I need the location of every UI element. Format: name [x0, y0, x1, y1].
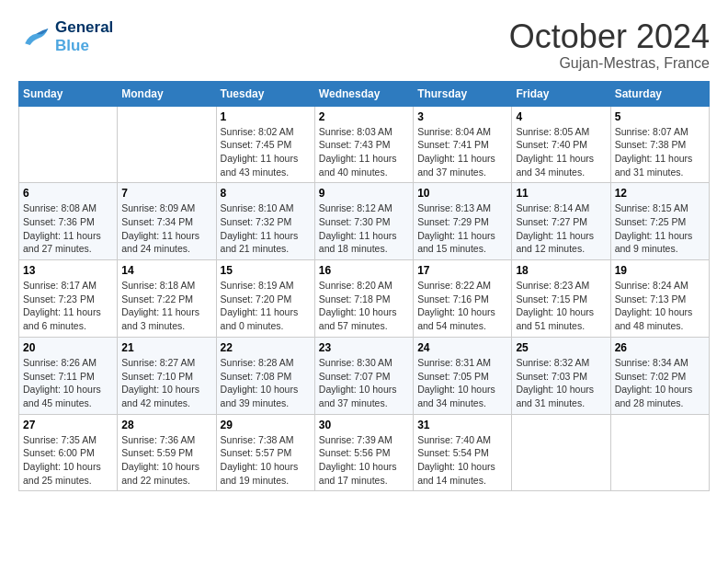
calendar-cell: 16Sunrise: 8:20 AMSunset: 7:18 PMDayligh…: [314, 260, 413, 338]
day-info: Sunrise: 7:40 AMSunset: 5:54 PMDaylight:…: [417, 433, 507, 488]
calendar-cell: 1Sunrise: 8:02 AMSunset: 7:45 PMDaylight…: [216, 106, 314, 183]
calendar-cell: 14Sunrise: 8:18 AMSunset: 7:22 PMDayligh…: [118, 260, 216, 338]
day-number: 25: [516, 341, 606, 354]
day-number: 31: [417, 419, 507, 431]
day-info: Sunrise: 8:24 AMSunset: 7:13 PMDaylight:…: [615, 279, 705, 333]
day-info: Sunrise: 8:34 AMSunset: 7:02 PMDaylight:…: [615, 356, 705, 410]
calendar-cell: 17Sunrise: 8:22 AMSunset: 7:16 PMDayligh…: [414, 260, 512, 338]
calendar-cell: 9Sunrise: 8:12 AMSunset: 7:30 PMDaylight…: [314, 183, 413, 260]
day-info: Sunrise: 8:26 AMSunset: 7:11 PMDaylight:…: [23, 356, 113, 410]
day-info: Sunrise: 8:12 AMSunset: 7:30 PMDaylight:…: [319, 201, 409, 256]
calendar-cell: 10Sunrise: 8:13 AMSunset: 7:29 PMDayligh…: [414, 183, 512, 260]
column-header-friday: Friday: [512, 81, 610, 106]
day-info: Sunrise: 8:27 AMSunset: 7:10 PMDaylight:…: [121, 356, 211, 410]
day-info: Sunrise: 8:30 AMSunset: 7:07 PMDaylight:…: [319, 356, 409, 410]
logo: General Blue: [18, 18, 113, 54]
day-info: Sunrise: 7:35 AMSunset: 6:00 PMDaylight:…: [23, 433, 113, 488]
calendar-cell: [610, 414, 709, 491]
calendar-cell: 29Sunrise: 7:38 AMSunset: 5:57 PMDayligh…: [216, 414, 314, 491]
location: Gujan-Mestras, France: [509, 55, 710, 72]
page-header: General Blue October 2024 Gujan-Mestras,…: [18, 18, 710, 72]
day-number: 12: [615, 187, 705, 200]
day-number: 2: [319, 110, 409, 123]
calendar-week-5: 27Sunrise: 7:35 AMSunset: 6:00 PMDayligh…: [19, 414, 710, 491]
calendar-week-4: 20Sunrise: 8:26 AMSunset: 7:11 PMDayligh…: [19, 337, 710, 414]
day-number: 23: [319, 341, 409, 354]
day-number: 3: [417, 110, 507, 123]
calendar-cell: 15Sunrise: 8:19 AMSunset: 7:20 PMDayligh…: [216, 260, 314, 338]
calendar-cell: 8Sunrise: 8:10 AMSunset: 7:32 PMDaylight…: [216, 183, 314, 260]
day-number: 10: [417, 187, 507, 200]
day-info: Sunrise: 8:23 AMSunset: 7:15 PMDaylight:…: [516, 279, 606, 333]
column-header-sunday: Sunday: [19, 81, 118, 106]
day-number: 13: [23, 264, 113, 277]
day-number: 17: [417, 264, 507, 277]
day-info: Sunrise: 8:17 AMSunset: 7:23 PMDaylight:…: [23, 279, 113, 333]
day-info: Sunrise: 8:18 AMSunset: 7:22 PMDaylight:…: [121, 279, 211, 333]
day-number: 30: [319, 419, 409, 431]
day-info: Sunrise: 8:15 AMSunset: 7:25 PMDaylight:…: [615, 201, 705, 256]
day-number: 1: [221, 110, 311, 123]
day-number: 18: [516, 264, 606, 277]
day-number: 11: [516, 187, 606, 200]
calendar-cell: 30Sunrise: 7:39 AMSunset: 5:56 PMDayligh…: [314, 414, 413, 491]
calendar-week-2: 6Sunrise: 8:08 AMSunset: 7:36 PMDaylight…: [19, 183, 710, 260]
calendar-header-row: SundayMondayTuesdayWednesdayThursdayFrid…: [19, 81, 710, 106]
day-number: 21: [121, 341, 211, 354]
day-info: Sunrise: 8:05 AMSunset: 7:40 PMDaylight:…: [516, 125, 606, 179]
calendar-cell: 25Sunrise: 8:32 AMSunset: 7:03 PMDayligh…: [512, 337, 610, 414]
day-number: 5: [615, 110, 705, 123]
day-number: 7: [121, 187, 211, 200]
day-number: 26: [615, 341, 705, 354]
day-info: Sunrise: 8:03 AMSunset: 7:43 PMDaylight:…: [319, 125, 409, 179]
day-info: Sunrise: 7:36 AMSunset: 5:59 PMDaylight:…: [121, 433, 211, 488]
day-info: Sunrise: 7:39 AMSunset: 5:56 PMDaylight:…: [319, 433, 409, 488]
logo-icon: [18, 20, 51, 53]
day-info: Sunrise: 8:09 AMSunset: 7:34 PMDaylight:…: [121, 201, 211, 256]
calendar-cell: 28Sunrise: 7:36 AMSunset: 5:59 PMDayligh…: [118, 414, 216, 491]
calendar-cell: 22Sunrise: 8:28 AMSunset: 7:08 PMDayligh…: [216, 337, 314, 414]
day-info: Sunrise: 8:04 AMSunset: 7:41 PMDaylight:…: [417, 125, 507, 179]
day-info: Sunrise: 8:02 AMSunset: 7:45 PMDaylight:…: [221, 125, 311, 179]
calendar-week-1: 1Sunrise: 8:02 AMSunset: 7:45 PMDaylight…: [19, 106, 710, 183]
calendar-cell: 27Sunrise: 7:35 AMSunset: 6:00 PMDayligh…: [19, 414, 118, 491]
calendar-cell: 19Sunrise: 8:24 AMSunset: 7:13 PMDayligh…: [610, 260, 709, 338]
day-info: Sunrise: 8:14 AMSunset: 7:27 PMDaylight:…: [516, 201, 606, 256]
column-header-tuesday: Tuesday: [216, 81, 314, 106]
day-number: 19: [615, 264, 705, 277]
title-block: October 2024 Gujan-Mestras, France: [509, 18, 710, 72]
calendar-table: SundayMondayTuesdayWednesdayThursdayFrid…: [18, 81, 710, 492]
day-info: Sunrise: 8:31 AMSunset: 7:05 PMDaylight:…: [417, 356, 507, 410]
day-number: 22: [221, 341, 311, 354]
day-number: 27: [23, 419, 113, 431]
calendar-cell: 4Sunrise: 8:05 AMSunset: 7:40 PMDaylight…: [512, 106, 610, 183]
calendar-cell: 21Sunrise: 8:27 AMSunset: 7:10 PMDayligh…: [118, 337, 216, 414]
calendar-week-3: 13Sunrise: 8:17 AMSunset: 7:23 PMDayligh…: [19, 260, 710, 338]
calendar-cell: 24Sunrise: 8:31 AMSunset: 7:05 PMDayligh…: [414, 337, 512, 414]
day-info: Sunrise: 8:22 AMSunset: 7:16 PMDaylight:…: [417, 279, 507, 333]
calendar-cell: 11Sunrise: 8:14 AMSunset: 7:27 PMDayligh…: [512, 183, 610, 260]
calendar-cell: [19, 106, 118, 183]
calendar-cell: 31Sunrise: 7:40 AMSunset: 5:54 PMDayligh…: [414, 414, 512, 491]
month-title: October 2024: [509, 18, 710, 55]
day-info: Sunrise: 8:10 AMSunset: 7:32 PMDaylight:…: [221, 201, 311, 256]
calendar-cell: 6Sunrise: 8:08 AMSunset: 7:36 PMDaylight…: [19, 183, 118, 260]
calendar-cell: 18Sunrise: 8:23 AMSunset: 7:15 PMDayligh…: [512, 260, 610, 338]
calendar-cell: 26Sunrise: 8:34 AMSunset: 7:02 PMDayligh…: [610, 337, 709, 414]
day-number: 28: [121, 419, 211, 431]
day-info: Sunrise: 8:20 AMSunset: 7:18 PMDaylight:…: [319, 279, 409, 333]
day-number: 16: [319, 264, 409, 277]
calendar-cell: 5Sunrise: 8:07 AMSunset: 7:38 PMDaylight…: [610, 106, 709, 183]
column-header-saturday: Saturday: [610, 81, 709, 106]
day-number: 4: [516, 110, 606, 123]
day-info: Sunrise: 8:32 AMSunset: 7:03 PMDaylight:…: [516, 356, 606, 410]
calendar-cell: 20Sunrise: 8:26 AMSunset: 7:11 PMDayligh…: [19, 337, 118, 414]
calendar-cell: 13Sunrise: 8:17 AMSunset: 7:23 PMDayligh…: [19, 260, 118, 338]
calendar-cell: 3Sunrise: 8:04 AMSunset: 7:41 PMDaylight…: [414, 106, 512, 183]
day-number: 15: [221, 264, 311, 277]
day-number: 9: [319, 187, 409, 200]
day-number: 6: [23, 187, 113, 200]
day-number: 14: [121, 264, 211, 277]
column-header-monday: Monday: [118, 81, 216, 106]
calendar-cell: 7Sunrise: 8:09 AMSunset: 7:34 PMDaylight…: [118, 183, 216, 260]
